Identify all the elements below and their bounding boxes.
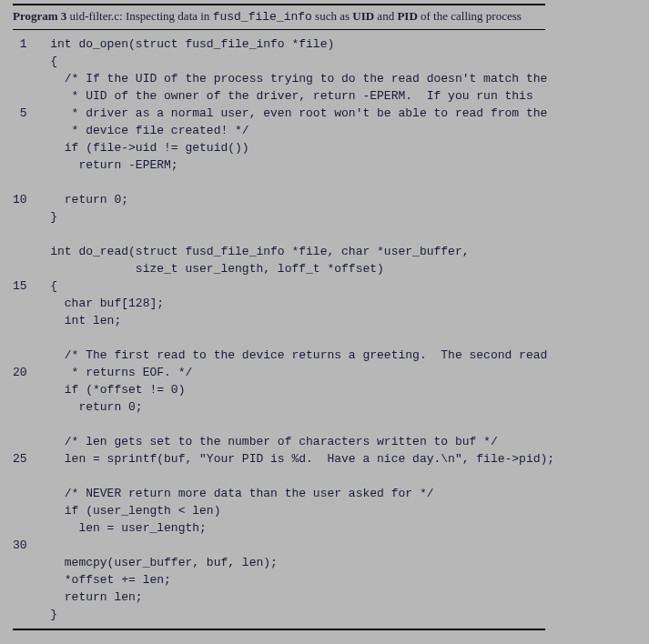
code-line: int len; xyxy=(13,312,554,329)
code-text: int len; xyxy=(36,312,555,329)
code-line: * UID of the owner of the driver, return… xyxy=(13,87,554,105)
code-line: return len; xyxy=(13,589,554,606)
code-line: if (user_length < len) xyxy=(13,502,554,519)
code-line: char buf[128]; xyxy=(13,295,554,312)
line-number xyxy=(13,243,36,260)
line-number xyxy=(13,87,36,105)
code-line xyxy=(13,174,554,191)
line-number xyxy=(13,295,36,312)
code-text xyxy=(36,226,555,243)
top-rule xyxy=(13,4,545,5)
code-listing: 1 int do_open(struct fusd_file_info *fil… xyxy=(13,35,554,623)
code-line: 1 int do_open(struct fusd_file_info *fil… xyxy=(13,35,554,53)
code-text: memcpy(user_buffer, buf, len); xyxy=(36,554,555,571)
line-number xyxy=(13,502,36,519)
code-line: if (file->uid != getuid()) xyxy=(13,139,554,156)
line-number xyxy=(13,260,36,277)
code-line: } xyxy=(13,606,554,623)
code-line: return -EPERM; xyxy=(13,156,554,174)
code-line: int do_read(struct fusd_file_info *file,… xyxy=(13,243,554,260)
code-text: size_t user_length, loff_t *offset) xyxy=(36,260,555,277)
line-number xyxy=(13,589,36,606)
code-text: return len; xyxy=(36,589,555,606)
line-number xyxy=(13,329,36,347)
code-text: /* len gets set to the number of charact… xyxy=(36,433,555,450)
code-text: { xyxy=(36,277,555,295)
caption-text-3: and xyxy=(374,9,397,23)
line-number: 25 xyxy=(13,450,36,468)
line-number xyxy=(13,312,36,329)
line-number xyxy=(13,554,36,571)
line-number: 30 xyxy=(13,537,36,554)
line-number xyxy=(13,571,36,589)
code-text: len = sprintf(buf, "Your PID is %d. Have… xyxy=(36,450,555,468)
code-text: { xyxy=(36,53,555,70)
line-number xyxy=(13,606,36,623)
code-text xyxy=(36,468,555,485)
code-text: /* NEVER return more data than the user … xyxy=(36,485,555,502)
code-line xyxy=(13,226,554,243)
line-number: 20 xyxy=(13,364,36,381)
code-line: /* len gets set to the number of charact… xyxy=(13,433,554,450)
code-line: if (*offset != 0) xyxy=(13,381,554,398)
program-caption: Program 3 uid-filter.c: Inspecting data … xyxy=(13,8,636,25)
code-text: char buf[128]; xyxy=(36,295,555,312)
code-line xyxy=(13,416,554,433)
caption-text-4: of the calling process xyxy=(418,9,522,23)
line-number xyxy=(13,139,36,156)
caption-text-1: Inspecting data in xyxy=(126,9,213,23)
code-line: * device file created! */ xyxy=(13,122,554,139)
code-line xyxy=(13,329,554,347)
line-number xyxy=(13,519,36,537)
line-number xyxy=(13,208,36,226)
code-text: } xyxy=(36,606,555,623)
line-number: 10 xyxy=(13,191,36,208)
line-number xyxy=(13,398,36,416)
line-number xyxy=(13,122,36,139)
code-text: return -EPERM; xyxy=(36,156,555,174)
code-text: *offset += len; xyxy=(36,571,555,589)
line-number xyxy=(13,53,36,70)
code-line: /* If the UID of the process trying to d… xyxy=(13,70,554,87)
code-line: { xyxy=(13,53,554,70)
code-line: size_t user_length, loff_t *offset) xyxy=(13,260,554,277)
pid-label: PID xyxy=(397,9,417,23)
line-number xyxy=(13,433,36,450)
caption-filename: uid-filter.c: xyxy=(66,9,126,23)
code-text: return 0; xyxy=(36,191,555,208)
code-line: 15 { xyxy=(13,277,554,295)
code-line: len = user_length; xyxy=(13,519,554,537)
code-line: 25 len = sprintf(buf, "Your PID is %d. H… xyxy=(13,450,554,468)
code-line: } xyxy=(13,208,554,226)
code-line: 30 xyxy=(13,537,554,554)
code-line: 10 return 0; xyxy=(13,191,554,208)
code-text: if (file->uid != getuid()) xyxy=(36,139,555,156)
code-line: 20 * returns EOF. */ xyxy=(13,364,554,381)
line-number xyxy=(13,381,36,398)
line-number xyxy=(13,347,36,364)
code-text: * driver as a normal user, even root won… xyxy=(36,105,555,122)
code-text xyxy=(36,329,555,347)
code-text xyxy=(36,174,555,191)
line-number xyxy=(13,174,36,191)
code-text: int do_read(struct fusd_file_info *file,… xyxy=(36,243,555,260)
code-text xyxy=(36,416,555,433)
code-text: /* The first read to the device returns … xyxy=(36,347,555,364)
code-text: /* If the UID of the process trying to d… xyxy=(36,70,555,87)
line-number xyxy=(13,70,36,87)
code-line: memcpy(user_buffer, buf, len); xyxy=(13,554,554,571)
program-label: Program 3 xyxy=(13,9,66,23)
line-number xyxy=(13,156,36,174)
code-line xyxy=(13,468,554,485)
line-number xyxy=(13,226,36,243)
code-line: /* NEVER return more data than the user … xyxy=(13,485,554,502)
struct-name: fusd_file_info xyxy=(213,10,312,24)
code-text: * UID of the owner of the driver, return… xyxy=(36,87,555,105)
line-number: 1 xyxy=(13,35,36,53)
code-text: if (*offset != 0) xyxy=(36,381,555,398)
code-line: *offset += len; xyxy=(13,571,554,589)
code-line: 5 * driver as a normal user, even root w… xyxy=(13,105,554,122)
uid-label: UID xyxy=(352,9,374,23)
code-text: * returns EOF. */ xyxy=(36,364,555,381)
code-text: * device file created! */ xyxy=(36,122,555,139)
